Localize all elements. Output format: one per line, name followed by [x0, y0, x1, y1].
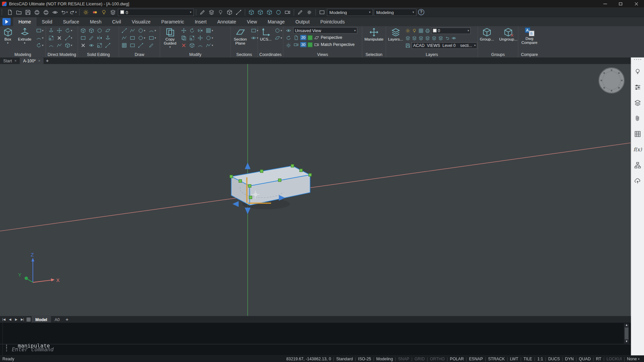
viewport[interactable]: Z X Y	[0, 64, 631, 316]
chamfer-icon[interactable]: ▾	[205, 42, 214, 49]
new-layout-icon[interactable]: +	[63, 316, 71, 323]
manipulator-arrow-left[interactable]	[232, 201, 238, 207]
layer-isolate-icon[interactable]	[425, 35, 430, 42]
redo-icon[interactable]: ▾	[69, 8, 77, 16]
parameters-panel-icon[interactable]: f(x)	[634, 145, 642, 153]
layer-lock-icon[interactable]	[418, 35, 424, 42]
explode-icon[interactable]	[188, 42, 196, 49]
status-workspace[interactable]: Modeling	[374, 356, 395, 361]
layer-match-icon[interactable]	[438, 35, 443, 42]
delete-face-icon[interactable]	[55, 35, 63, 42]
layer-off-icon[interactable]	[216, 8, 224, 16]
visual-style-swatch-2[interactable]	[308, 42, 313, 47]
tab-civil[interactable]: Civil	[107, 17, 126, 26]
layer-color-icon[interactable]	[418, 27, 424, 34]
command-panel-grip[interactable]	[0, 322, 3, 355]
tab-insert[interactable]: Insert	[190, 17, 212, 26]
ribbon-profile-select[interactable]: Modeling ▾	[374, 8, 416, 16]
cloud-panel-icon[interactable]	[634, 177, 642, 185]
move-face-icon[interactable]	[55, 27, 63, 34]
perspective-toggle[interactable]: Perspective	[314, 35, 342, 40]
new-file-icon[interactable]	[6, 8, 14, 16]
layer-selector[interactable]: 0 ▾	[431, 27, 471, 34]
status-coordinates[interactable]: 83219.67, -143862.13, 0	[284, 356, 333, 361]
layer-select[interactable]: 0 ▾	[118, 8, 194, 16]
group-button[interactable]: Group...	[478, 27, 495, 52]
undo-icon[interactable]: ▾	[60, 8, 68, 16]
indicator-lights-icon[interactable]	[91, 8, 99, 16]
arc-icon[interactable]: ▾	[148, 27, 157, 34]
slice-icon[interactable]	[104, 27, 111, 34]
esnap-toggle[interactable]: ESNAP	[467, 356, 485, 361]
offset-face-icon[interactable]	[47, 35, 55, 42]
measure-icon[interactable]	[234, 8, 243, 16]
tab-drawing-a100[interactable]: A-100* ×	[20, 57, 44, 64]
minimize-button[interactable]	[597, 0, 613, 7]
rotate-icon[interactable]	[188, 27, 196, 34]
offset-icon[interactable]: ▾	[205, 35, 214, 42]
structure-panel-icon[interactable]	[634, 161, 642, 169]
bricscad-ribbon-logo-icon[interactable]	[2, 18, 10, 25]
tab-home[interactable]: Home	[13, 17, 36, 26]
panel-grip[interactable]	[634, 59, 641, 60]
rotate-face-icon[interactable]: ▾	[64, 27, 73, 34]
background-frame-icon[interactable]	[318, 8, 326, 16]
viewport-canvas[interactable]: Z X Y	[0, 64, 631, 316]
revolve-icon[interactable]: ▾	[35, 42, 45, 49]
taper-face-icon[interactable]: ▾	[64, 35, 73, 42]
world-ucs-icon[interactable]: ▾	[274, 27, 283, 34]
union-icon[interactable]	[79, 27, 87, 34]
sketch-icon[interactable]	[148, 42, 155, 49]
ray-icon[interactable]	[137, 42, 144, 49]
explode-icon[interactable]	[225, 8, 233, 16]
tab-pointclouds[interactable]: Pointclouds	[315, 17, 350, 26]
extract-edge-icon[interactable]: ▾	[64, 42, 73, 49]
sheet-set-panel-icon[interactable]	[634, 130, 642, 138]
tab-parametric[interactable]: Parametric	[156, 17, 190, 26]
tab-solid[interactable]: Solid	[37, 17, 58, 26]
chamfer-edge-icon[interactable]	[55, 42, 63, 49]
sun-icon[interactable]	[82, 8, 90, 16]
manipulate-button[interactable]: Manipulate	[363, 27, 385, 52]
manipulator-arrow-down[interactable]	[245, 208, 251, 215]
fillet-edge-icon[interactable]	[47, 42, 55, 49]
match-properties-icon[interactable]	[198, 8, 206, 16]
region-icon[interactable]	[128, 42, 136, 49]
last-layout-button[interactable]: ▶|	[19, 316, 25, 323]
regen-icon[interactable]	[285, 42, 292, 49]
thicken-icon[interactable]	[104, 35, 111, 42]
ellipse-icon[interactable]: ▾	[137, 35, 147, 42]
tab-visualize[interactable]: Visualize	[126, 17, 156, 26]
dwg-compare-button[interactable]: A B Dwg Compare	[520, 27, 539, 52]
named-views-icon[interactable]	[285, 27, 292, 34]
layout-list-icon[interactable]	[25, 316, 32, 323]
imprint-icon[interactable]	[88, 35, 95, 42]
manipulator-arrow-up[interactable]	[245, 163, 251, 169]
annotation-scale[interactable]: 1:1	[535, 356, 545, 361]
polar-toggle[interactable]: POLAR	[448, 356, 466, 361]
visual-style-cube-icon[interactable]	[256, 8, 264, 16]
shell-icon[interactable]	[79, 35, 87, 42]
redraw-icon[interactable]	[285, 35, 292, 42]
copy-icon[interactable]	[180, 35, 187, 42]
status-standard[interactable]: Standard	[334, 356, 355, 361]
render-quality-badge[interactable]: 20	[300, 35, 306, 40]
view-selector[interactable]: Unsaved View ▾	[293, 27, 357, 34]
status-dimstyle[interactable]: ISO-25	[356, 356, 373, 361]
array-icon[interactable]: ▾	[205, 27, 214, 34]
ducs-toggle[interactable]: DUCS	[546, 356, 562, 361]
render-cube-icon[interactable]	[265, 8, 273, 16]
previous-layout-button[interactable]: ◀	[7, 316, 13, 323]
tab-view[interactable]: View	[241, 17, 262, 26]
layer-state-selector[interactable]: ACAD_VIEWS_Level 0__secti... ▾	[412, 42, 477, 49]
camera-icon[interactable]	[283, 8, 291, 16]
toolbar-grip[interactable]	[2, 9, 4, 15]
close-tab-icon[interactable]: ×	[14, 59, 16, 63]
maximize-button[interactable]	[613, 0, 629, 7]
strack-toggle[interactable]: STRACK	[486, 356, 507, 361]
new-tab-icon[interactable]: +	[44, 57, 51, 64]
clean-icon[interactable]	[79, 42, 87, 49]
edge-edit-icon[interactable]	[104, 42, 111, 49]
quad-toggle[interactable]: QUAD	[577, 356, 593, 361]
new-view-icon[interactable]	[293, 34, 299, 41]
